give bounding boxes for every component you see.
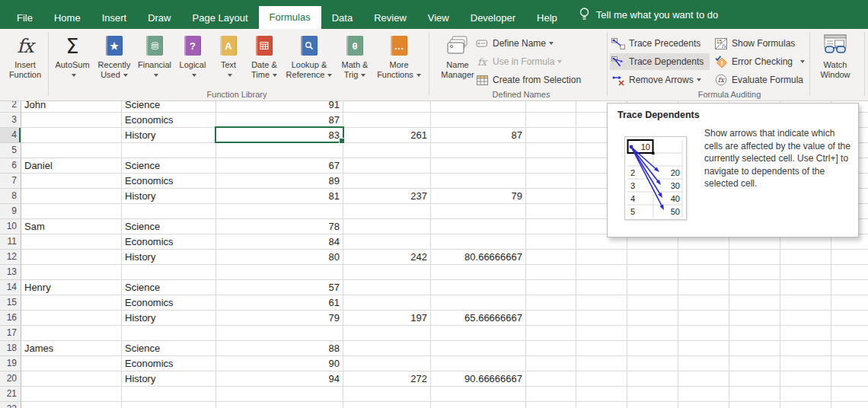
cell[interactable] [831,356,868,371]
math-trig-button[interactable]: θ Math & Trig [335,31,375,98]
cell[interactable] [831,265,868,280]
cell[interactable] [678,250,729,265]
cell[interactable]: 90 [216,356,343,371]
cell[interactable]: History [122,189,216,204]
cell[interactable]: 61 [216,295,343,311]
error-checking-button[interactable]: ! Error Checking [713,53,806,70]
cell[interactable]: 78 [216,219,343,234]
cell[interactable] [780,402,831,408]
cell[interactable] [343,234,431,250]
lookup-reference-button[interactable]: Lookup & Reference [283,31,335,98]
cell[interactable]: Science [122,101,216,113]
cell[interactable] [526,189,576,204]
cell[interactable]: History [122,311,216,326]
cell[interactable]: 88 [216,341,343,356]
cell[interactable]: 57 [216,280,343,295]
cell[interactable] [526,326,576,341]
cell[interactable] [831,402,868,408]
cell[interactable] [431,341,526,356]
cell[interactable] [526,341,576,356]
cell[interactable]: History [122,250,216,265]
cell[interactable] [780,265,831,280]
cell[interactable] [526,387,576,402]
cell[interactable]: 87 [216,113,343,128]
cell[interactable] [431,402,526,408]
cell[interactable] [678,311,729,326]
cell[interactable] [343,143,431,158]
cell[interactable] [729,371,780,387]
cell[interactable] [216,265,343,280]
row-header-6[interactable]: 6 [0,158,21,174]
cell[interactable] [343,326,431,341]
cell[interactable] [678,295,729,311]
cell[interactable] [431,295,526,311]
cell[interactable] [627,356,678,371]
cell[interactable] [576,280,627,295]
cell[interactable] [780,371,831,387]
cell[interactable]: Science [122,280,216,295]
cell[interactable] [21,234,122,250]
cell[interactable] [831,371,868,387]
cell[interactable]: 79 [431,189,526,204]
cell[interactable] [526,371,576,387]
cell[interactable]: Sam [21,219,122,234]
row-header-2[interactable]: 2 [0,101,21,113]
cell[interactable] [526,280,576,295]
evaluate-formula-button[interactable]: fx Evaluate Formula [713,72,806,88]
cell[interactable] [21,204,122,219]
create-from-selection-button[interactable]: Create from Selection [474,72,599,88]
cell[interactable] [431,158,526,174]
cell[interactable] [729,356,780,371]
cell[interactable] [627,341,678,356]
cell[interactable] [343,295,431,311]
row-header-15[interactable]: 15 [0,295,21,311]
row-header-21[interactable]: 21 [0,387,21,402]
cell[interactable] [729,280,780,295]
cell[interactable] [831,326,868,341]
cell[interactable] [431,234,526,250]
cell[interactable] [21,402,122,408]
cell[interactable]: 65.66666667 [431,311,526,326]
cell[interactable] [343,387,431,402]
cell[interactable] [21,371,122,387]
cell[interactable] [122,265,216,280]
row-header-10[interactable]: 10 [0,219,21,234]
cell[interactable] [729,311,780,326]
cell[interactable] [576,341,627,356]
cell[interactable] [216,143,343,158]
recently-used-button[interactable]: ★ Recently Used [94,31,135,98]
cell[interactable]: 272 [343,371,431,387]
cell[interactable]: 197 [343,311,431,326]
cell[interactable] [21,128,122,143]
cell[interactable] [21,143,122,158]
logical-button[interactable]: ? Logical [174,31,211,98]
cell[interactable]: 83 [216,128,343,143]
tab-review[interactable]: Review [363,8,417,29]
row-header-18[interactable]: 18 [0,341,21,356]
cell[interactable] [122,402,216,408]
cell[interactable] [21,311,122,326]
cell[interactable] [576,326,627,341]
cell[interactable] [21,387,122,402]
tab-insert[interactable]: Insert [91,8,138,29]
cell[interactable] [729,402,780,408]
cell[interactable]: Economics [122,356,216,371]
cell[interactable] [431,113,526,128]
row-header-13[interactable]: 13 [0,265,21,280]
use-in-formula-button[interactable]: fx Use in Formula [474,53,588,70]
cell[interactable]: 94 [216,371,343,387]
financial-button[interactable]: Financial [135,31,174,98]
tab-draw[interactable]: Draw [137,8,181,29]
tab-developer[interactable]: Developer [460,8,526,29]
cell[interactable] [831,250,868,265]
row-header-22[interactable]: 22 [0,402,21,408]
cell[interactable]: 67 [216,158,343,174]
tab-file[interactable]: File [6,8,43,29]
cell[interactable] [729,326,780,341]
row-header-19[interactable]: 19 [0,356,21,371]
cell[interactable] [627,280,678,295]
row-header-17[interactable]: 17 [0,326,21,341]
cell[interactable] [431,326,526,341]
cell[interactable] [627,250,678,265]
cell[interactable] [627,402,678,408]
